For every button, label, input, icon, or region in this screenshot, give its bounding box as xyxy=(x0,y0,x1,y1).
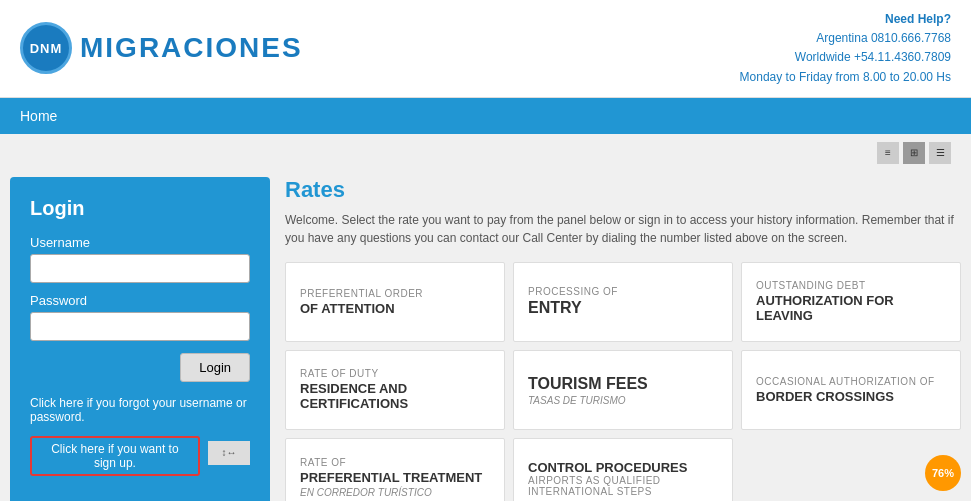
view-icons: ≡ ⊞ ☰ xyxy=(0,134,971,172)
captcha-image: ↕↔ xyxy=(208,441,250,465)
view-icon-list[interactable]: ≡ xyxy=(877,142,899,164)
rate-card-4[interactable]: TOURISM FEES TASAS DE TURISMO xyxy=(513,350,733,430)
view-icon-detail[interactable]: ☰ xyxy=(929,142,951,164)
rates-description: Welcome. Select the rate you want to pay… xyxy=(285,211,961,247)
rate-card-6-subtitle: RATE OF xyxy=(300,457,490,468)
rate-card-2[interactable]: OUTSTANDING DEBT AUTHORIZATION FOR LEAVI… xyxy=(741,262,961,342)
rate-card-3-subtitle: RATE OF DUTY xyxy=(300,368,490,379)
logo-text: MIGRACIONES xyxy=(80,32,303,64)
rate-card-5[interactable]: OCCASIONAL AUTHORIZATION OF BORDER CROSS… xyxy=(741,350,961,430)
rate-card-6[interactable]: RATE OF PREFERENTIAL TREATMENT EN CORRED… xyxy=(285,438,505,501)
rate-card-2-subtitle: OUTSTANDING DEBT xyxy=(756,280,946,291)
signup-button[interactable]: Click here if you want to sign up. xyxy=(30,436,200,476)
password-label: Password xyxy=(30,293,250,308)
login-title: Login xyxy=(30,197,250,220)
rate-grid: PREFERENTIAL ORDER OF ATTENTION PROCESSI… xyxy=(285,262,961,501)
rate-card-6-title: PREFERENTIAL TREATMENT xyxy=(300,470,490,485)
username-input[interactable] xyxy=(30,254,250,283)
hours: Monday to Friday from 8.00 to 20.00 Hs xyxy=(740,68,951,87)
rates-section: Rates Welcome. Select the rate you want … xyxy=(285,172,961,501)
rate-card-0-title: OF ATTENTION xyxy=(300,301,490,316)
rate-card-7[interactable]: CONTROL PROCEDURES AIRPORTS AS QUALIFIED… xyxy=(513,438,733,501)
rate-card-4-subtitle: TASAS DE TURISMO xyxy=(528,395,718,406)
phone-worldwide: Worldwide +54.11.4360.7809 xyxy=(740,48,951,67)
rate-card-4-title: TOURISM FEES xyxy=(528,375,718,393)
forgot-link[interactable]: Click here if you forgot your username o… xyxy=(30,396,250,424)
rates-title: Rates xyxy=(285,177,961,203)
rate-card-5-subtitle: OCCASIONAL AUTHORIZATION OF xyxy=(756,376,946,387)
help-badge[interactable]: 76% xyxy=(925,455,961,491)
rate-card-3-title: RESIDENCE AND CERTIFICATIONS xyxy=(300,381,490,411)
contact-info: Need Help? Argentina 0810.666.7768 World… xyxy=(740,10,951,87)
rate-card-1[interactable]: PROCESSING OF ENTRY xyxy=(513,262,733,342)
logo-icon: DNM xyxy=(20,22,72,74)
rate-card-2-title: AUTHORIZATION FOR LEAVING xyxy=(756,293,946,323)
page-header: DNM MIGRACIONES Need Help? Argentina 081… xyxy=(0,0,971,98)
login-panel: Login Username Password Login Click here… xyxy=(10,177,270,501)
rate-card-1-title: ENTRY xyxy=(528,299,718,317)
rate-card-3[interactable]: RATE OF DUTY RESIDENCE AND CERTIFICATION… xyxy=(285,350,505,430)
phone-argentina: Argentina 0810.666.7768 xyxy=(740,29,951,48)
rate-card-7-subtitle: CONTROL PROCEDURES xyxy=(528,460,718,475)
rate-card-0-subtitle: PREFERENTIAL ORDER xyxy=(300,288,490,299)
view-icon-grid[interactable]: ⊞ xyxy=(903,142,925,164)
rate-card-5-title: BORDER CROSSINGS xyxy=(756,389,946,404)
login-button[interactable]: Login xyxy=(180,353,250,382)
rate-card-6-extra: EN CORREDOR TURÍSTICO xyxy=(300,487,490,498)
rate-card-1-subtitle: PROCESSING OF xyxy=(528,286,718,297)
rate-card-0[interactable]: PREFERENTIAL ORDER OF ATTENTION xyxy=(285,262,505,342)
password-input[interactable] xyxy=(30,312,250,341)
nav-home[interactable]: Home xyxy=(20,108,57,124)
username-label: Username xyxy=(30,235,250,250)
logo: DNM MIGRACIONES xyxy=(20,22,303,74)
navbar: Home xyxy=(0,98,971,134)
need-help-label: Need Help? xyxy=(740,10,951,29)
main-content: Login Username Password Login Click here… xyxy=(0,172,971,501)
rate-card-7-title: AIRPORTS AS QUALIFIED INTERNATIONAL STEP… xyxy=(528,475,718,497)
